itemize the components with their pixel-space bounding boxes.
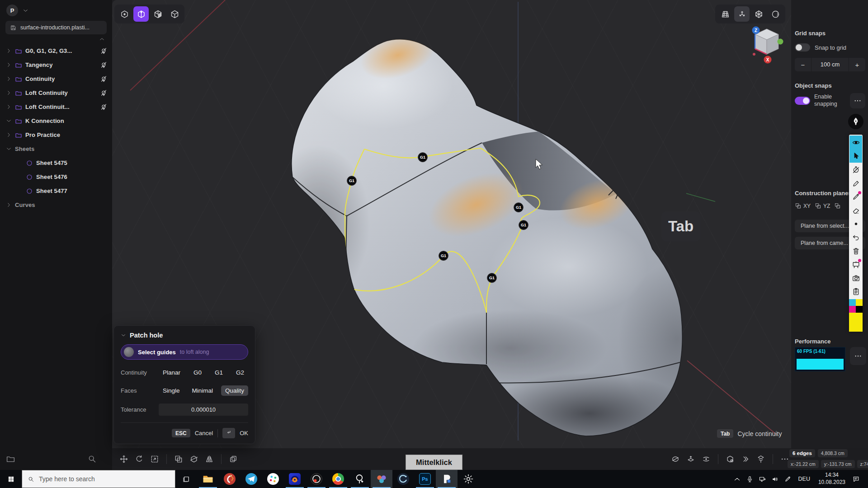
swatch-000000[interactable] bbox=[856, 306, 863, 313]
chevron-right-icon[interactable] bbox=[6, 76, 12, 82]
grid-size-decrease-button[interactable]: − bbox=[795, 61, 811, 69]
translate-button[interactable] bbox=[117, 452, 131, 466]
thicken-button[interactable] bbox=[684, 452, 698, 466]
tray-expand-button[interactable] bbox=[731, 475, 744, 483]
app-menu-chevron-icon[interactable] bbox=[23, 8, 28, 14]
isolate-button[interactable] bbox=[668, 452, 683, 466]
annotation-cursor-button[interactable] bbox=[849, 149, 862, 163]
chevron-right-icon[interactable] bbox=[6, 48, 12, 54]
option-g2[interactable]: G2 bbox=[232, 367, 248, 378]
select-guides-button[interactable]: Select guides to loft along bbox=[121, 344, 248, 360]
tree-item-k-connection[interactable]: K Connection bbox=[0, 114, 112, 128]
option-g0[interactable]: G0 bbox=[189, 367, 206, 378]
annotation-eraser-button[interactable] bbox=[849, 203, 862, 217]
taskbar-app-chrome[interactable] bbox=[327, 470, 349, 488]
x-neg-handle[interactable] bbox=[753, 53, 755, 56]
outliner-collapse-icon[interactable] bbox=[99, 36, 105, 42]
annotation-highlighter-button[interactable] bbox=[849, 176, 862, 190]
solid-select-mode[interactable] bbox=[167, 6, 182, 22]
dialog-collapse-icon[interactable] bbox=[121, 333, 126, 338]
annotation-size-dot-button[interactable] bbox=[849, 217, 862, 230]
taskbar-app-plasticity[interactable] bbox=[436, 470, 458, 488]
pen-tray-icon[interactable] bbox=[782, 475, 794, 483]
rotate-button[interactable] bbox=[132, 452, 146, 466]
hidden-toggle-icon[interactable] bbox=[100, 61, 108, 69]
tree-item-loft-continuity[interactable]: Loft Continuity bbox=[0, 86, 112, 100]
option-minimal[interactable]: Minimal bbox=[188, 385, 217, 396]
annotation-clipboard-button[interactable] bbox=[849, 285, 862, 298]
tree-item-loft-continuit[interactable]: Loft Continuit... bbox=[0, 100, 112, 114]
hidden-toggle-icon[interactable] bbox=[100, 47, 108, 55]
grid-size-value[interactable]: 100 cm bbox=[811, 58, 849, 71]
language-indicator[interactable]: DEU bbox=[794, 476, 814, 482]
tree-item-pro-practice[interactable]: Pro Practice bbox=[0, 128, 112, 142]
duplicate-button[interactable] bbox=[226, 452, 241, 466]
g1-continuity-badge[interactable]: G1 bbox=[347, 176, 357, 186]
taskbar-app-settings[interactable] bbox=[458, 470, 479, 488]
tree-item-tangency[interactable]: Tangency bbox=[0, 58, 112, 72]
snap-to-grid-toggle[interactable] bbox=[795, 43, 810, 52]
hidden-toggle-icon[interactable] bbox=[100, 75, 108, 83]
g1-continuity-badge[interactable]: G1 bbox=[418, 152, 428, 162]
option-planar[interactable]: Planar bbox=[159, 367, 184, 378]
chevron-right-icon[interactable] bbox=[6, 202, 12, 208]
g1-continuity-badge[interactable]: G1 bbox=[514, 202, 524, 212]
chevron-right-icon[interactable] bbox=[6, 90, 12, 96]
navigation-cube[interactable]: Z X bbox=[750, 25, 784, 64]
file-pill[interactable]: surface-introduction.plasti... bbox=[5, 21, 107, 34]
cut-button[interactable] bbox=[187, 452, 201, 466]
active-swatch[interactable] bbox=[849, 313, 863, 332]
taskbar-app-photoshop[interactable]: Ps bbox=[414, 470, 436, 488]
tree-item-curves[interactable]: Curves bbox=[0, 198, 112, 212]
clock[interactable]: 14:34 10.08.2023 bbox=[814, 472, 849, 486]
tree-item-sheets[interactable]: Sheets bbox=[0, 142, 112, 156]
annotation-pen-badge[interactable] bbox=[848, 114, 863, 129]
taskbar-app-davinci-resolve[interactable] bbox=[371, 470, 392, 488]
taskbar-app-cinema-4d[interactable] bbox=[392, 470, 414, 488]
vertex-select-mode[interactable] bbox=[117, 6, 132, 22]
boolean-button[interactable] bbox=[171, 452, 186, 466]
swatch-2fb9dd[interactable] bbox=[849, 299, 856, 306]
tree-item-g0-g1-g2-g3[interactable]: G0, G1, G2, G3... bbox=[0, 44, 112, 58]
chevron-down-icon[interactable] bbox=[6, 146, 12, 152]
chevron-down-icon[interactable] bbox=[6, 118, 12, 124]
annotation-screenshot-button[interactable] bbox=[849, 271, 862, 285]
grid-size-increase-button[interactable]: + bbox=[849, 61, 865, 69]
tree-item-sheet-5476[interactable]: Sheet 5476 bbox=[0, 170, 112, 184]
swatch-e6148c[interactable] bbox=[849, 306, 856, 313]
render-mode-toggle[interactable] bbox=[768, 6, 783, 22]
performance-more-button[interactable] bbox=[850, 347, 866, 365]
taskbar-app-music-player[interactable] bbox=[284, 470, 306, 488]
plane-yz-button[interactable]: YZ bbox=[815, 202, 830, 209]
face-select-mode[interactable] bbox=[150, 6, 165, 22]
annotation-undo-button[interactable] bbox=[849, 230, 862, 244]
zoom-search-icon[interactable] bbox=[87, 454, 97, 464]
tolerance-input[interactable]: 0.000010 bbox=[159, 404, 248, 416]
app-menu[interactable]: P bbox=[0, 0, 112, 18]
network-tray-icon[interactable] bbox=[756, 475, 769, 483]
ok-button[interactable]: OK bbox=[240, 430, 248, 436]
hidden-toggle-icon[interactable] bbox=[100, 103, 108, 111]
g1-continuity-badge[interactable]: G1 bbox=[439, 251, 448, 261]
chevron-right-icon[interactable] bbox=[6, 104, 12, 110]
object-snaps-more-button[interactable] bbox=[850, 93, 865, 108]
tree-item-continuity[interactable]: Continuity bbox=[0, 72, 112, 86]
annotation-pen-button[interactable] bbox=[849, 190, 862, 203]
option-single[interactable]: Single bbox=[159, 385, 184, 396]
dialog-header[interactable]: Patch hole bbox=[121, 332, 248, 339]
microphone-tray-icon[interactable] bbox=[744, 475, 756, 483]
start-button[interactable] bbox=[0, 470, 22, 488]
taskbar-app-file-explorer[interactable] bbox=[197, 470, 219, 488]
taskbar-app-ccleaner[interactable] bbox=[219, 470, 241, 488]
cancel-button[interactable]: Cancel bbox=[195, 430, 213, 436]
g1-continuity-badge[interactable]: G1 bbox=[487, 273, 497, 283]
plane-xy-button[interactable]: XY bbox=[795, 202, 811, 209]
hide-others-button[interactable] bbox=[738, 452, 753, 466]
taskbar-app-obs-studio[interactable] bbox=[306, 470, 327, 488]
annotation-trash-button[interactable] bbox=[849, 244, 862, 258]
freeze-button[interactable] bbox=[723, 452, 737, 466]
taskbar-app-pureref[interactable] bbox=[349, 470, 371, 488]
option-g1[interactable]: G1 bbox=[211, 367, 227, 378]
chevron-right-icon[interactable] bbox=[6, 62, 12, 68]
tree-item-sheet-5477[interactable]: Sheet 5477 bbox=[0, 184, 112, 198]
